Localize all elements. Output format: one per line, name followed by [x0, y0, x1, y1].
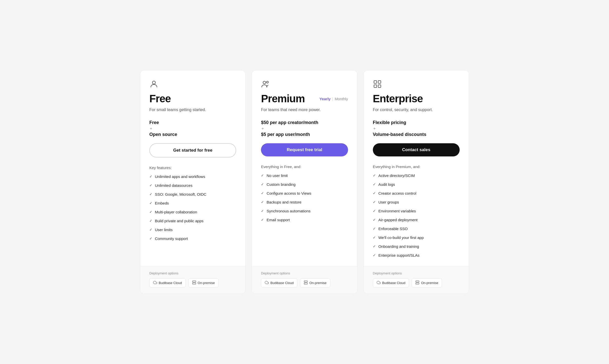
pricing-container: Free For small teams getting started. Fr… [140, 70, 469, 294]
svg-rect-15 [416, 281, 419, 282]
cta-button-premium[interactable]: Request free trial [261, 143, 348, 156]
card-main: Enterprise For control, security, and su… [364, 70, 469, 266]
feature-item: ✓ User limits [149, 227, 236, 232]
check-icon: ✓ [373, 226, 376, 231]
feature-text: Unlimited apps and workflows [155, 174, 205, 179]
plan-title-row: Enterprise [373, 93, 460, 105]
feature-item: ✓ Backups and restore [261, 199, 348, 205]
feature-item: ✓ Active directory/SCIM [373, 173, 460, 178]
feature-text: Environment variables [378, 208, 416, 214]
feature-text: Embeds [155, 200, 169, 206]
check-icon: ✓ [149, 183, 152, 188]
feature-item: ✓ Air-gapped deployment [373, 217, 460, 223]
deployment-label: Deployment options [261, 271, 348, 275]
check-icon: ✓ [373, 217, 376, 223]
deployment-label: Deployment options [149, 271, 236, 275]
feature-item: ✓ Synchronous automations [261, 208, 348, 214]
plan-icon [261, 79, 271, 90]
feature-item: ✓ Unlimited apps and workflows [149, 174, 236, 179]
cloud-icon [153, 280, 157, 285]
cta-button-free[interactable]: Get started for free [149, 143, 236, 157]
plan-icon [373, 79, 383, 90]
feature-item: ✓ Unlimited datasources [149, 183, 236, 188]
features-list: ✓ Unlimited apps and workflows ✓ Unlimit… [149, 174, 236, 241]
check-icon: ✓ [261, 209, 264, 214]
svg-point-5 [263, 81, 266, 84]
feature-item: ✓ Multi-player collaboration [149, 209, 236, 215]
cta-button-enterprise[interactable]: Contact sales [373, 143, 460, 156]
pricing-card-premium: Premium Yearly | Monthly For teams that … [252, 70, 357, 294]
svg-rect-8 [304, 283, 307, 284]
deployment-badge: On-premise [188, 278, 219, 288]
svg-rect-13 [374, 85, 377, 88]
deployment-badge: Budibase Cloud [373, 278, 409, 288]
check-icon: ✓ [373, 244, 376, 249]
check-icon: ✓ [149, 210, 152, 215]
feature-text: Air-gapped deployment [378, 217, 418, 223]
badge-label: Budibase Cloud [382, 281, 405, 285]
billing-separator: | [332, 97, 333, 101]
billing-toggle[interactable]: Yearly | Monthly [319, 97, 348, 101]
feature-text: Custom branding [267, 182, 295, 187]
check-icon: ✓ [373, 191, 376, 196]
feature-text: SSO: Google, Microsoft, OIDC [155, 192, 206, 197]
pricing-card-enterprise: Enterprise For control, security, and su… [363, 70, 469, 294]
feature-item: ✓ Configure access to Views [261, 191, 348, 196]
feature-text: User groups [378, 199, 399, 205]
feature-text: Unlimited datasources [155, 183, 192, 188]
badge-label: Budibase Cloud [270, 281, 294, 285]
check-icon: ✓ [149, 174, 152, 179]
svg-rect-12 [378, 81, 381, 84]
check-icon: ✓ [373, 235, 376, 240]
check-icon: ✓ [373, 173, 376, 178]
svg-point-6 [267, 81, 269, 83]
deployment-badges: Budibase Cloud On-premise [261, 278, 348, 288]
feature-item: ✓ We'll co-build your first app [373, 235, 460, 240]
svg-rect-7 [304, 281, 307, 282]
check-icon: ✓ [261, 217, 264, 223]
feature-item: ✓ Audit logs [373, 182, 460, 187]
svg-rect-1 [192, 281, 196, 282]
plan-title: Free [149, 93, 171, 105]
feature-item: ✓ Custom branding [261, 182, 348, 187]
check-icon: ✓ [373, 209, 376, 214]
check-icon: ✓ [149, 201, 152, 206]
server-icon [304, 280, 308, 285]
feature-text: Community support [155, 236, 188, 241]
feature-text: Enterprise support/SLAs [378, 253, 420, 258]
feature-text: Multi-player collaboration [155, 209, 197, 215]
price-plus: + [373, 126, 460, 131]
feature-text: Build private and public apps [155, 218, 204, 224]
feature-text: Configure access to Views [267, 191, 311, 196]
check-icon: ✓ [373, 253, 376, 258]
card-footer: Deployment options Budibase Cloud On-pre… [252, 266, 357, 294]
check-icon: ✓ [149, 236, 152, 241]
feature-text: No user limit [267, 173, 288, 178]
check-icon: ✓ [149, 227, 152, 232]
feature-text: Backups and restore [267, 199, 301, 205]
feature-text: Audit logs [378, 182, 395, 187]
deployment-badge: On-premise [412, 278, 442, 288]
card-main: Premium Yearly | Monthly For teams that … [252, 70, 357, 266]
check-icon: ✓ [373, 200, 376, 205]
deployment-badges: Budibase Cloud On-premise [149, 278, 236, 288]
svg-rect-2 [192, 283, 196, 284]
svg-point-0 [152, 81, 155, 84]
plan-title-row: Premium Yearly | Monthly [261, 93, 348, 105]
check-icon: ✓ [261, 182, 264, 187]
plan-icon [149, 79, 159, 90]
check-icon: ✓ [261, 200, 264, 205]
features-label: Key features: [149, 166, 236, 170]
feature-text: Synchronous automations [267, 208, 310, 214]
yearly-tab[interactable]: Yearly [319, 97, 331, 101]
feature-item: ✓ Community support [149, 236, 236, 241]
feature-text: Enforceable SSO [378, 226, 408, 231]
pricing-section: Flexible pricing + Volume-based discount… [373, 120, 460, 137]
check-icon: ✓ [261, 173, 264, 178]
check-icon: ✓ [149, 192, 152, 197]
cloud-icon [265, 280, 269, 285]
check-icon: ✓ [373, 182, 376, 187]
feature-text: Creator access control [378, 191, 416, 196]
monthly-tab[interactable]: Monthly [335, 97, 348, 101]
feature-item: ✓ Onboarding and training [373, 244, 460, 249]
